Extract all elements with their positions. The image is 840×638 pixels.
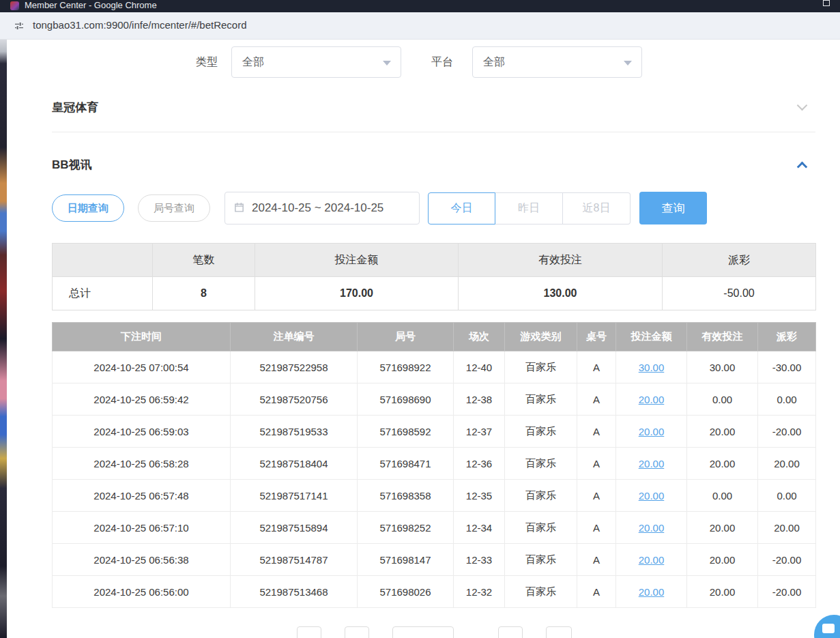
summary-payout-value: -50.00: [663, 277, 816, 310]
type-select-value: 全部: [242, 55, 264, 70]
round-no-cell: 571698471: [358, 448, 454, 480]
table-row: 2024-10-25 06:56:38521987514787571698147…: [53, 544, 816, 576]
quick-date-group: 今日 昨日 近8日: [428, 192, 631, 224]
platform-select[interactable]: 全部: [472, 46, 642, 78]
bet-record-table: 下注时间 注单编号 局号 场次 游戏类别 桌号 投注金额 有效投注 派彩 202…: [52, 322, 816, 608]
bet-amount-cell: 20.00: [616, 576, 687, 608]
section-crown-sports[interactable]: 皇冠体育: [52, 100, 815, 115]
header-bet-time: 下注时间: [53, 323, 231, 351]
bet-time-cell: 2024-10-25 06:56:00: [53, 576, 231, 608]
bet-time-cell: 2024-10-25 06:58:28: [53, 448, 231, 480]
bet-amount-link[interactable]: 20.00: [639, 394, 665, 405]
table-header-row: 下注时间 注单编号 局号 场次 游戏类别 桌号 投注金额 有效投注 派彩: [53, 323, 816, 351]
table-no-cell: A: [577, 416, 616, 448]
type-filter-label: 类型: [196, 55, 218, 70]
window-title: Member Center - Google Chrome: [25, 0, 157, 12]
table-no-cell: A: [577, 448, 616, 480]
session-cell: 12-33: [454, 544, 505, 576]
bet-amount-link[interactable]: 20.00: [639, 490, 665, 502]
payout-cell: 0.00: [758, 480, 816, 512]
header-game-type: 游戏类别: [505, 323, 577, 351]
game-type-cell: 百家乐: [505, 383, 577, 416]
pagination-next-button[interactable]: [498, 626, 523, 638]
session-cell: 12-40: [454, 351, 505, 383]
date-range-value: 2024-10-25 ~ 2024-10-25: [252, 201, 383, 215]
url-bar[interactable]: tongbao31.com:9900/infe/mcenter/#/betRec…: [0, 12, 840, 40]
summary-header-amount: 投注金额: [255, 244, 459, 277]
summary-amount-value: 170.00: [255, 277, 459, 310]
table-no-cell: A: [577, 383, 616, 416]
maximize-icon[interactable]: [823, 0, 830, 6]
header-session: 场次: [454, 323, 505, 351]
type-select[interactable]: 全部: [231, 46, 401, 78]
last-8-days-button[interactable]: 近8日: [563, 192, 631, 224]
site-settings-icon[interactable]: [14, 20, 25, 34]
bet-no-cell: 521987513468: [231, 576, 358, 608]
bet-time-cell: 2024-10-25 07:00:54: [53, 351, 231, 383]
payout-cell: -20.00: [758, 576, 816, 608]
payout-cell: -20.00: [758, 416, 816, 448]
session-cell: 12-32: [454, 576, 505, 608]
bet-time-cell: 2024-10-25 06:57:48: [53, 480, 231, 512]
header-payout: 派彩: [758, 323, 816, 351]
date-query-tab[interactable]: 日期查询: [52, 194, 124, 222]
date-range-picker[interactable]: 2024-10-25 ~ 2024-10-25: [225, 192, 420, 224]
bet-amount-link[interactable]: 20.00: [639, 554, 665, 566]
bet-amount-link[interactable]: 20.00: [639, 522, 665, 534]
summary-header-valid: 有效投注: [459, 244, 663, 277]
table-row: 2024-10-25 06:58:28521987518404571698471…: [53, 448, 816, 480]
bet-amount-link[interactable]: 20.00: [639, 426, 665, 437]
chevron-down-icon[interactable]: [797, 100, 808, 111]
bet-no-cell: 521987518404: [231, 448, 358, 480]
bet-amount-cell: 30.00: [616, 351, 687, 383]
calendar-icon: [233, 201, 245, 216]
platform-filter-label: 平台: [431, 55, 453, 70]
today-button[interactable]: 今日: [428, 192, 495, 224]
game-type-cell: 百家乐: [505, 480, 577, 512]
table-no-cell: A: [577, 351, 616, 383]
pagination-first-button[interactable]: [297, 626, 321, 638]
payout-cell: -20.00: [758, 544, 816, 576]
page-content: 类型 全部 平台 全部 皇冠体育 BB视讯 日期查询 局号查询: [0, 40, 840, 638]
bet-amount-link[interactable]: 20.00: [639, 458, 665, 469]
url-text[interactable]: tongbao31.com:9900/infe/mcenter/#/betRec…: [33, 19, 247, 31]
section-bb-video[interactable]: BB视讯: [52, 157, 815, 173]
filter-row: 类型 全部 平台 全部: [52, 46, 815, 78]
bet-amount-cell: 20.00: [616, 480, 687, 512]
game-type-cell: 百家乐: [505, 576, 577, 608]
round-query-tab[interactable]: 局号查询: [138, 194, 210, 222]
bet-amount-link[interactable]: 20.00: [639, 586, 665, 598]
chevron-down-icon: [624, 61, 632, 66]
header-bet-no: 注单编号: [231, 323, 358, 351]
table-no-cell: A: [577, 512, 616, 544]
valid-bet-cell: 30.00: [687, 351, 758, 383]
bet-time-cell: 2024-10-25 06:59:42: [53, 383, 231, 416]
chat-icon: [822, 624, 835, 633]
header-round-no: 局号: [358, 323, 454, 351]
bet-amount-cell: 20.00: [616, 383, 687, 416]
header-valid-bet: 有效投注: [687, 323, 758, 351]
chevron-up-icon[interactable]: [797, 162, 808, 173]
bet-time-cell: 2024-10-25 06:59:03: [53, 416, 231, 448]
table-row: 2024-10-25 06:59:03521987519533571698592…: [53, 416, 816, 448]
summary-count-value: 8: [153, 277, 255, 310]
yesterday-button[interactable]: 昨日: [495, 192, 563, 224]
table-no-cell: A: [577, 576, 616, 608]
session-cell: 12-38: [454, 383, 505, 416]
valid-bet-cell: 0.00: [687, 480, 758, 512]
bet-no-cell: 521987522958: [231, 351, 358, 383]
bet-amount-link[interactable]: 30.00: [639, 362, 665, 373]
bet-amount-cell: 20.00: [616, 416, 687, 448]
payout-cell: 20.00: [758, 512, 816, 544]
valid-bet-cell: 20.00: [687, 448, 758, 480]
valid-bet-cell: 0.00: [687, 383, 758, 416]
table-row: 2024-10-25 06:57:10521987515894571698252…: [53, 512, 816, 544]
customer-service-widget[interactable]: [814, 615, 840, 638]
background-page-strip: [0, 40, 7, 638]
query-button[interactable]: 查询: [639, 192, 707, 224]
pagination-page-input[interactable]: [392, 626, 454, 638]
game-type-cell: 百家乐: [505, 512, 577, 544]
summary-valid-value: 130.00: [459, 277, 663, 310]
pagination-last-button[interactable]: [546, 626, 572, 638]
pagination-prev-button[interactable]: [345, 626, 369, 638]
